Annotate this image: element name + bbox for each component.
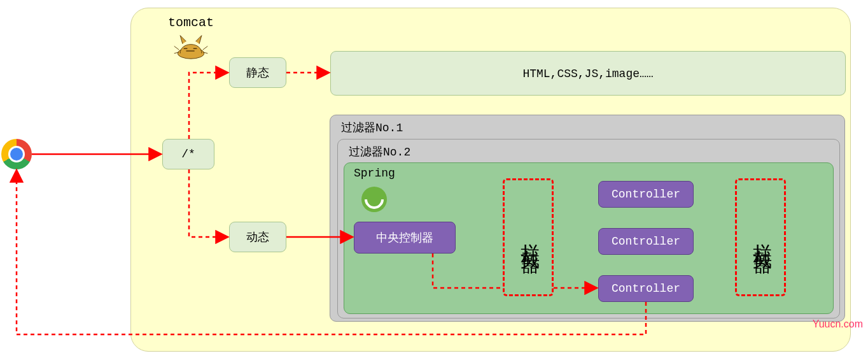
watermark: Yuucn.com bbox=[813, 319, 863, 330]
controller-1-label: Controller bbox=[612, 188, 680, 201]
chrome-icon bbox=[1, 139, 32, 169]
central-controller-box: 中央控制器 bbox=[354, 222, 456, 254]
controller-box-1: Controller bbox=[598, 181, 694, 208]
controller-3-label: Controller bbox=[612, 282, 680, 295]
static-result-text: HTML,CSS,JS,image…… bbox=[522, 68, 653, 80]
interceptor-box-2: 拦截器 bbox=[735, 178, 786, 296]
central-controller-label: 中央控制器 bbox=[376, 230, 433, 245]
static-label: 静态 bbox=[246, 65, 269, 80]
filter2-label: 过滤器No.2 bbox=[349, 144, 410, 159]
tomcat-icon bbox=[172, 32, 210, 61]
interceptor-1-label: 拦截器 bbox=[515, 228, 542, 247]
spring-label: Spring bbox=[354, 167, 395, 180]
pattern-box: /* bbox=[162, 139, 214, 169]
dynamic-box: 动态 bbox=[229, 222, 286, 252]
interceptor-box-1: 拦截器 bbox=[503, 178, 554, 296]
spring-icon bbox=[361, 187, 387, 212]
controller-2-label: Controller bbox=[612, 235, 680, 248]
controller-box-3: Controller bbox=[598, 275, 694, 302]
filter1-label: 过滤器No.1 bbox=[341, 120, 403, 135]
pattern-label: /* bbox=[181, 148, 195, 161]
static-box: 静态 bbox=[229, 57, 286, 88]
tomcat-label: tomcat bbox=[168, 15, 214, 30]
interceptor-2-label: 拦截器 bbox=[748, 228, 774, 247]
controller-box-2: Controller bbox=[598, 228, 694, 255]
static-result-box: HTML,CSS,JS,image…… bbox=[330, 51, 846, 96]
dynamic-label: 动态 bbox=[246, 229, 269, 245]
diagram-canvas: tomcat /* 静态 动态 HTML,CSS,JS,image…… 过滤器N… bbox=[0, 0, 868, 358]
